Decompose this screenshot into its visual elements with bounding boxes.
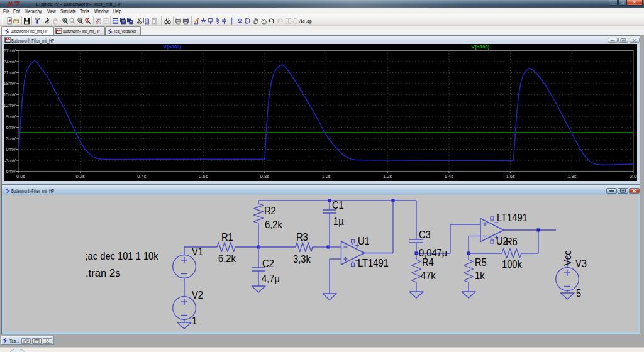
svg-text:3,3k: 3,3k bbox=[293, 253, 311, 265]
svg-text:R2: R2 bbox=[264, 205, 276, 216]
svg-text:0.4s: 0.4s bbox=[137, 173, 146, 179]
svg-text:12mV: 12mV bbox=[4, 102, 16, 108]
svg-text:6mV: 6mV bbox=[6, 124, 16, 130]
svg-text:V1: V1 bbox=[192, 246, 203, 257]
svg-text:1µ: 1µ bbox=[333, 216, 344, 227]
svg-text:3mV: 3mV bbox=[6, 136, 16, 141]
svg-text:1.0s: 1.0s bbox=[321, 173, 330, 179]
svg-text:.tran 2s: .tran 2s bbox=[86, 267, 120, 278]
svg-text:0.8s: 0.8s bbox=[260, 173, 269, 179]
svg-text:;ac dec 101 1 10k: ;ac dec 101 1 10k bbox=[86, 250, 158, 261]
svg-text:0.2s: 0.2s bbox=[76, 173, 85, 179]
svg-text:R1: R1 bbox=[221, 231, 233, 243]
svg-text:1.4s: 1.4s bbox=[445, 173, 453, 179]
svg-text:C3: C3 bbox=[419, 229, 431, 240]
svg-text:Aa: Aa bbox=[299, 18, 305, 25]
svg-text:5: 5 bbox=[576, 287, 581, 299]
svg-text:18mV: 18mV bbox=[4, 80, 16, 86]
svg-text:-6mV: -6mV bbox=[4, 168, 16, 174]
svg-text:100k: 100k bbox=[502, 258, 522, 270]
svg-text:21mV: 21mV bbox=[4, 70, 16, 75]
svg-text:V3: V3 bbox=[575, 258, 587, 269]
svg-text:15mV: 15mV bbox=[4, 92, 16, 97]
svg-text:1.2s: 1.2s bbox=[383, 173, 392, 179]
svg-text:Vcc: Vcc bbox=[562, 250, 573, 266]
svg-text:0mV: 0mV bbox=[6, 146, 16, 152]
svg-text:6,2k: 6,2k bbox=[218, 253, 236, 264]
svg-text:2.0s: 2.0s bbox=[630, 173, 637, 179]
svg-text:V(n002): V(n002) bbox=[164, 44, 182, 50]
svg-text:V(n003): V(n003) bbox=[472, 44, 490, 50]
svg-text:R3: R3 bbox=[296, 231, 308, 243]
svg-text:1: 1 bbox=[192, 315, 197, 326]
svg-text:1k: 1k bbox=[475, 270, 485, 281]
svg-text:C2: C2 bbox=[262, 258, 274, 269]
svg-text:6,2k: 6,2k bbox=[265, 219, 282, 230]
svg-text:LT1491: LT1491 bbox=[358, 257, 389, 268]
svg-text:R5: R5 bbox=[475, 256, 487, 268]
svg-text:4,7µ: 4,7µ bbox=[262, 273, 280, 284]
svg-text:-3mV: -3mV bbox=[4, 158, 16, 163]
svg-text:1.6s: 1.6s bbox=[506, 173, 515, 179]
svg-text:LT1491: LT1491 bbox=[497, 212, 528, 223]
svg-text:R4: R4 bbox=[422, 256, 434, 268]
svg-text:9mV: 9mV bbox=[6, 114, 16, 119]
svg-text:.op: .op bbox=[306, 18, 312, 23]
svg-text:24mV: 24mV bbox=[4, 59, 16, 65]
svg-text:R6: R6 bbox=[506, 236, 518, 247]
svg-text:V2: V2 bbox=[192, 289, 203, 300]
svg-text:27mV: 27mV bbox=[4, 48, 16, 53]
svg-text:47k: 47k bbox=[421, 270, 436, 281]
svg-text:0.6s: 0.6s bbox=[199, 173, 208, 179]
svg-text:C1: C1 bbox=[332, 199, 344, 211]
svg-text:0.0s: 0.0s bbox=[16, 173, 25, 179]
svg-text:U1: U1 bbox=[358, 235, 370, 246]
svg-text:1.8s: 1.8s bbox=[567, 173, 576, 179]
